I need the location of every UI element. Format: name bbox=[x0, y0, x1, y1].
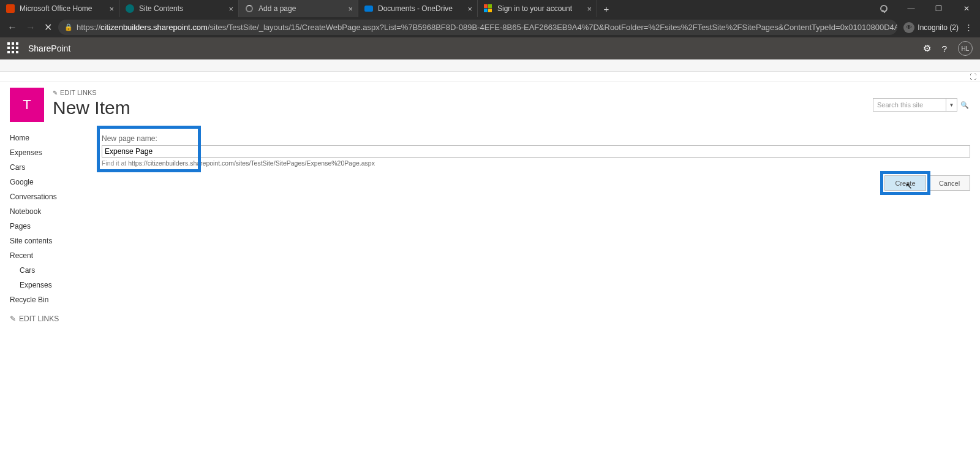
incognito-badge[interactable]: 👁 Incognito (2) bbox=[903, 22, 959, 33]
nav-recent-cars[interactable]: Cars bbox=[10, 263, 102, 278]
cancel-label: Cancel bbox=[939, 180, 960, 187]
close-window-icon[interactable]: ✕ bbox=[952, 0, 980, 17]
close-icon[interactable]: × bbox=[348, 4, 353, 13]
nav-recent-expenses[interactable]: Expenses bbox=[10, 278, 102, 292]
create-label: Create bbox=[895, 180, 915, 187]
create-button[interactable]: Create ↖ bbox=[884, 175, 926, 191]
edit-links-label: EDIT LINKS bbox=[60, 89, 97, 96]
search-icon[interactable]: 🔍 bbox=[959, 98, 970, 112]
nav-notebook[interactable]: Notebook bbox=[10, 204, 102, 219]
help-icon[interactable]: ? bbox=[942, 44, 947, 54]
nav-site-contents[interactable]: Site contents bbox=[10, 234, 102, 248]
nav-recycle-bin[interactable]: Recycle Bin bbox=[10, 292, 102, 307]
tab-onedrive[interactable]: Documents - OneDrive × bbox=[358, 0, 478, 17]
browser-titlebar: Microsoft Office Home × Site Contents × … bbox=[0, 0, 980, 17]
focus-content-icon[interactable]: ⛶ bbox=[970, 73, 976, 80]
browser-tabs: Microsoft Office Home × Site Contents × … bbox=[0, 0, 616, 17]
menu-icon[interactable]: ⋮ bbox=[965, 23, 973, 32]
close-icon[interactable]: × bbox=[228, 4, 233, 13]
search-scope-dropdown[interactable]: ▼ bbox=[946, 98, 957, 112]
minimize-icon[interactable]: — bbox=[897, 0, 925, 17]
left-nav: Home Expenses Cars Google Conversations … bbox=[10, 131, 102, 323]
nav-pages[interactable]: Pages bbox=[10, 219, 102, 234]
suite-bar: SharePoint ⚙ ? HL bbox=[0, 37, 980, 59]
nav-conversations[interactable]: Conversations bbox=[10, 189, 102, 204]
window-controls: — ❐ ✕ bbox=[870, 0, 980, 17]
tab-site-contents[interactable]: Site Contents × bbox=[119, 0, 239, 17]
focus-row: ⛶ bbox=[0, 72, 980, 82]
form-area: New page name: Find it at https://citize… bbox=[102, 131, 970, 323]
close-icon[interactable]: × bbox=[467, 4, 472, 13]
close-icon[interactable]: × bbox=[109, 4, 114, 13]
edit-links-label: EDIT LINKS bbox=[19, 315, 59, 323]
nav-home[interactable]: Home bbox=[10, 131, 102, 145]
find-it-row: Find it at https://citizenbuilders.share… bbox=[102, 159, 970, 167]
tab-label: Microsoft Office Home bbox=[20, 4, 92, 13]
pencil-icon: ✎ bbox=[10, 315, 16, 323]
suite-title[interactable]: SharePoint bbox=[28, 44, 70, 53]
edit-links-top[interactable]: ✎ EDIT LINKS bbox=[53, 89, 130, 96]
loading-icon bbox=[245, 4, 254, 13]
find-prefix: Find it at bbox=[102, 159, 128, 167]
page-name-label: New page name: bbox=[102, 134, 970, 143]
url-text: https://citizenbuilders.sharepoint.com/s… bbox=[77, 23, 897, 32]
nav-expenses[interactable]: Expenses bbox=[10, 145, 102, 160]
avatar[interactable]: HL bbox=[958, 41, 973, 56]
pencil-icon: ✎ bbox=[53, 90, 58, 96]
forward-icon[interactable]: → bbox=[26, 22, 36, 33]
onedrive-icon bbox=[364, 4, 373, 13]
page-name-input[interactable] bbox=[102, 145, 970, 158]
microsoft-icon bbox=[484, 4, 492, 13]
nav-cars[interactable]: Cars bbox=[10, 160, 102, 175]
tab-signin[interactable]: Sign in to your account × bbox=[478, 0, 597, 17]
find-url: https://citizenbuilders.sharepoint.com/s… bbox=[128, 159, 375, 167]
sharepoint-icon bbox=[126, 4, 134, 13]
page-header: T ✎ EDIT LINKS New Item Search this site… bbox=[0, 82, 980, 126]
cancel-button[interactable]: Cancel bbox=[929, 175, 970, 191]
nav-recent[interactable]: Recent bbox=[10, 248, 102, 263]
maximize-icon[interactable]: ❐ bbox=[925, 0, 952, 17]
tab-label: Site Contents bbox=[139, 4, 183, 13]
site-logo[interactable]: T bbox=[10, 88, 44, 122]
identity-icon[interactable] bbox=[870, 0, 897, 17]
back-icon[interactable]: ← bbox=[7, 22, 17, 33]
gear-icon[interactable]: ⚙ bbox=[923, 43, 931, 54]
tab-office[interactable]: Microsoft Office Home × bbox=[0, 0, 119, 17]
body: Home Expenses Cars Google Conversations … bbox=[0, 126, 980, 323]
app-launcher-icon[interactable] bbox=[7, 42, 20, 55]
page-title: New Item bbox=[53, 97, 130, 118]
tab-label: Sign in to your account bbox=[497, 4, 572, 13]
incognito-label: Incognito (2) bbox=[918, 23, 959, 32]
search-input[interactable]: Search this site bbox=[873, 98, 946, 112]
nav-google[interactable]: Google bbox=[10, 175, 102, 189]
edit-links-bottom[interactable]: ✎ EDIT LINKS bbox=[10, 315, 102, 323]
close-icon[interactable]: × bbox=[587, 4, 592, 13]
tab-add-page[interactable]: Add a page × bbox=[239, 0, 358, 17]
browser-urlbar: ← → ✕ 🔒 https://citizenbuilders.sharepoi… bbox=[0, 17, 980, 37]
lock-icon: 🔒 bbox=[64, 23, 73, 31]
search-wrap: Search this site ▼ 🔍 bbox=[873, 88, 970, 122]
stop-icon[interactable]: ✕ bbox=[44, 21, 52, 33]
ribbon-placeholder bbox=[0, 59, 980, 72]
tab-label: Add a page bbox=[258, 4, 296, 13]
address-bar[interactable]: 🔒 https://citizenbuilders.sharepoint.com… bbox=[58, 20, 897, 35]
button-row: Create ↖ Cancel bbox=[102, 175, 970, 191]
office-icon bbox=[6, 4, 15, 13]
new-tab-button[interactable]: + bbox=[597, 0, 616, 17]
search-placeholder: Search this site bbox=[877, 101, 923, 109]
incognito-icon: 👁 bbox=[903, 22, 914, 33]
tab-label: Documents - OneDrive bbox=[378, 4, 453, 13]
